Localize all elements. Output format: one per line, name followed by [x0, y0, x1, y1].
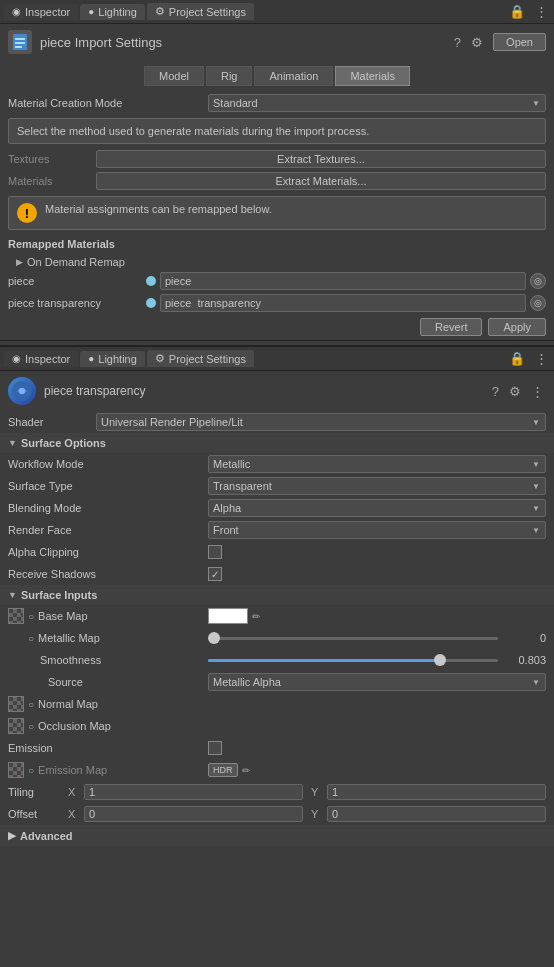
lock-icon-bottom[interactable]: 🔒 — [507, 349, 527, 368]
sub-tab-model[interactable]: Model — [144, 66, 204, 86]
render-face-select[interactable]: Front — [208, 521, 546, 539]
occlusion-map-thumb[interactable] — [8, 718, 24, 734]
tiling-x-field: X — [68, 784, 303, 800]
offset-y-input[interactable] — [327, 806, 546, 822]
materials-row: Materials Extract Materials... — [0, 170, 554, 192]
emission-map-thumb[interactable] — [8, 762, 24, 778]
settings2-icon-bottom[interactable]: ⚙ — [507, 382, 523, 401]
inspector-label-top: Inspector — [25, 6, 70, 18]
surface-type-select[interactable]: Transparent — [208, 477, 546, 495]
emission-dot: ○ — [28, 765, 34, 776]
extract-materials-btn[interactable]: Extract Materials... — [96, 172, 546, 190]
base-map-swatch[interactable] — [208, 608, 248, 624]
normal-map-thumb[interactable] — [8, 696, 24, 712]
emission-map-label-area: ○ Emission Map — [8, 762, 208, 778]
lock-icon-top[interactable]: 🔒 — [507, 2, 527, 21]
revert-button[interactable]: Revert — [420, 318, 482, 336]
surface-inputs-header[interactable]: ▼ Surface Inputs — [0, 585, 554, 605]
tiling-x-input[interactable] — [84, 784, 303, 800]
receive-shadows-row: Receive Shadows ✓ — [0, 563, 554, 585]
offset-row: Offset X Y — [0, 803, 554, 825]
shader-select[interactable]: Universal Render Pipeline/Lit — [96, 413, 546, 431]
base-map-thumb[interactable] — [8, 608, 24, 624]
tiling-y-input[interactable] — [327, 784, 546, 800]
offset-label: Offset — [8, 808, 68, 820]
source-value: Metallic Alpha — [208, 673, 546, 691]
tab-lighting-bottom[interactable]: ● Lighting — [80, 351, 145, 367]
metallic-slider-track[interactable] — [208, 637, 498, 640]
textures-row: Textures Extract Textures... — [0, 148, 554, 170]
smoothness-slider-thumb[interactable] — [434, 654, 446, 666]
asset-icon — [8, 377, 36, 405]
normal-map-row: ○ Normal Map — [0, 693, 554, 715]
pencil-icon-emission[interactable]: ✏ — [242, 765, 250, 776]
apply-button[interactable]: Apply — [488, 318, 546, 336]
open-button[interactable]: Open — [493, 33, 546, 51]
tiling-label: Tiling — [8, 786, 68, 798]
sub-tab-materials[interactable]: Materials — [335, 66, 410, 86]
remap-circle-1[interactable]: ◎ — [530, 295, 546, 311]
emission-checkbox[interactable] — [208, 741, 222, 755]
material-creation-row: Material Creation Mode Standard — [0, 92, 554, 114]
surface-options-header[interactable]: ▼ Surface Options — [0, 433, 554, 453]
offset-x-field: X — [68, 806, 303, 822]
metallic-slider-wrapper: 0 — [208, 632, 546, 644]
emission-map-value: HDR ✏ — [208, 763, 546, 777]
materials-label: Materials — [8, 175, 88, 187]
receive-shadows-checkbox[interactable]: ✓ — [208, 567, 222, 581]
material-creation-select[interactable]: Standard — [208, 94, 546, 112]
extract-textures-btn[interactable]: Extract Textures... — [96, 150, 546, 168]
more2-icon-bottom[interactable]: ⋮ — [529, 382, 546, 401]
alpha-clipping-label: Alpha Clipping — [8, 546, 208, 558]
smoothness-slider-value: 0.803 — [506, 654, 546, 666]
render-face-select-wrapper: Front — [208, 521, 546, 539]
smoothness-slider-track[interactable] — [208, 659, 498, 662]
metallic-slider-thumb[interactable] — [208, 632, 220, 644]
remap-input-0[interactable]: piece — [160, 272, 526, 290]
pencil-icon-base[interactable]: ✏ — [252, 611, 260, 622]
project-settings-label-top: Project Settings — [169, 6, 246, 18]
tab-project-settings-bottom[interactable]: ⚙ Project Settings — [147, 350, 254, 367]
remap-value-1: piece transparency ◎ — [146, 294, 546, 312]
workflow-mode-select[interactable]: Metallic — [208, 455, 546, 473]
on-demand-remap-section: ▶ On Demand Remap — [0, 254, 554, 270]
source-label: Source — [8, 676, 208, 688]
remap-circle-0[interactable]: ◎ — [530, 273, 546, 289]
occlusion-map-label-area: ○ Occlusion Map — [8, 718, 208, 734]
shader-select-wrapper: Universal Render Pipeline/Lit — [96, 413, 546, 431]
on-demand-remap-label: On Demand Remap — [27, 256, 125, 268]
help-icon-top[interactable]: ? — [452, 33, 463, 52]
source-select[interactable]: Metallic Alpha — [208, 673, 546, 691]
remap-value-0: piece ◎ — [146, 272, 546, 290]
sub-tab-animation[interactable]: Animation — [254, 66, 333, 86]
tab-project-settings-top[interactable]: ⚙ Project Settings — [147, 3, 254, 20]
remap-input-1[interactable]: piece transparency — [160, 294, 526, 312]
smoothness-label-area: Smoothness — [8, 654, 208, 666]
project-settings-label-bottom: Project Settings — [169, 353, 246, 365]
emission-value — [208, 741, 546, 755]
material-creation-select-wrapper: Standard — [208, 94, 546, 112]
normal-map-label-area: ○ Normal Map — [8, 696, 208, 712]
sub-tab-rig[interactable]: Rig — [206, 66, 253, 86]
inspector-label-bottom: Inspector — [25, 353, 70, 365]
more-icon-bottom[interactable]: ⋮ — [533, 349, 550, 368]
tab-inspector-bottom[interactable]: ◉ Inspector — [4, 351, 78, 367]
tiling-y-label: Y — [311, 786, 323, 798]
tab-inspector-top[interactable]: ◉ Inspector — [4, 4, 78, 20]
shader-label: Shader — [8, 416, 88, 428]
blending-mode-select[interactable]: Alpha — [208, 499, 546, 517]
dot-indicator-1 — [146, 298, 156, 308]
textures-label: Textures — [8, 153, 88, 165]
more-icon-top[interactable]: ⋮ — [533, 2, 550, 21]
help-icon-bottom[interactable]: ? — [490, 382, 501, 401]
dot-indicator-0 — [146, 276, 156, 286]
settings-icon-top[interactable]: ⚙ — [469, 33, 485, 52]
tab-lighting-top[interactable]: ● Lighting — [80, 4, 145, 20]
surface-inputs-title: Surface Inputs — [21, 589, 97, 601]
file-header-icons: ? ⚙ — [452, 33, 485, 52]
alpha-clipping-checkbox[interactable] — [208, 545, 222, 559]
emission-map-label: Emission Map — [38, 764, 107, 776]
offset-x-input[interactable] — [84, 806, 303, 822]
surface-type-select-wrapper: Transparent — [208, 477, 546, 495]
advanced-header[interactable]: ▶ Advanced — [0, 825, 554, 846]
